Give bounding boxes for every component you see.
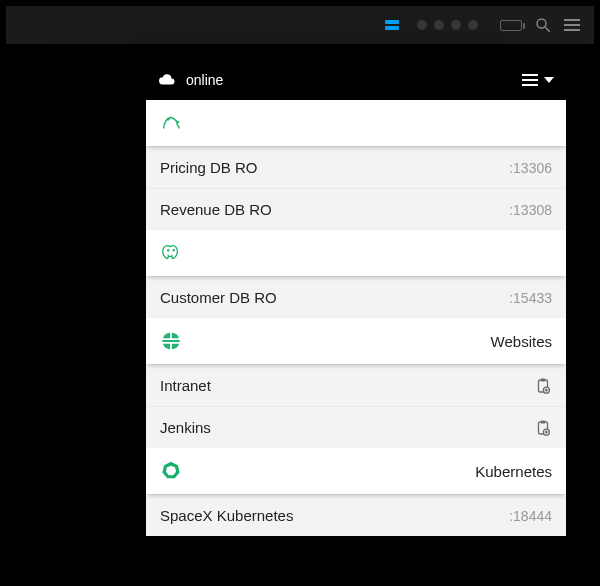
panel-header: online	[146, 60, 566, 100]
svg-rect-11	[541, 420, 546, 423]
section-header-kubernetes[interactable]: Kubernetes	[146, 448, 566, 494]
connection-port: :15433	[509, 290, 552, 306]
svg-point-0	[537, 19, 546, 28]
kubernetes-icon	[160, 460, 182, 482]
status-label: online	[186, 72, 223, 88]
menu-lines-icon	[522, 74, 538, 86]
svg-point-3	[168, 250, 169, 251]
connection-port: :13308	[509, 202, 552, 218]
status-dot	[417, 20, 427, 30]
connection-name: Intranet	[160, 377, 534, 394]
connection-port: :18444	[509, 508, 552, 524]
connection-name: SpaceX Kubernetes	[160, 507, 509, 524]
mysql-icon	[160, 112, 182, 134]
section-header-postgres[interactable]	[146, 230, 566, 276]
list-item[interactable]: SpaceX Kubernetes :18444	[146, 494, 566, 536]
connections-panel: online Pricing DB RO :13306 Revenue DB R…	[146, 60, 566, 536]
list-item[interactable]: Pricing DB RO :13306	[146, 146, 566, 188]
clipboard-add-icon[interactable]	[534, 419, 552, 437]
section-header-mysql[interactable]	[146, 100, 566, 146]
section-label: Websites	[491, 333, 552, 350]
clipboard-add-icon[interactable]	[534, 377, 552, 395]
list-item[interactable]: Jenkins	[146, 406, 566, 448]
list-item[interactable]: Customer DB RO :15433	[146, 276, 566, 318]
svg-line-1	[545, 27, 550, 32]
section-label: Kubernetes	[475, 463, 552, 480]
server-status-icon[interactable]	[385, 20, 399, 30]
section-header-websites[interactable]: Websites	[146, 318, 566, 364]
panel-menu-button[interactable]	[522, 74, 554, 86]
connection-name: Jenkins	[160, 419, 534, 436]
menu-icon[interactable]	[564, 19, 580, 31]
connection-port: :13306	[509, 160, 552, 176]
list-item[interactable]: Revenue DB RO :13308	[146, 188, 566, 230]
status-dot	[451, 20, 461, 30]
svg-rect-6	[541, 378, 546, 381]
globe-icon	[160, 330, 182, 352]
connection-name: Revenue DB RO	[160, 201, 509, 218]
status-dot	[434, 20, 444, 30]
cloud-icon	[158, 71, 176, 89]
status-dot	[468, 20, 478, 30]
connection-name: Customer DB RO	[160, 289, 509, 306]
svg-point-4	[173, 250, 174, 251]
svg-point-2	[168, 119, 169, 120]
menubar	[6, 6, 594, 44]
list-item[interactable]: Intranet	[146, 364, 566, 406]
search-icon[interactable]	[534, 16, 552, 34]
connection-name: Pricing DB RO	[160, 159, 509, 176]
status-dots	[417, 20, 478, 30]
chevron-down-icon	[544, 77, 554, 83]
postgres-icon	[160, 242, 182, 264]
battery-icon	[500, 20, 522, 31]
